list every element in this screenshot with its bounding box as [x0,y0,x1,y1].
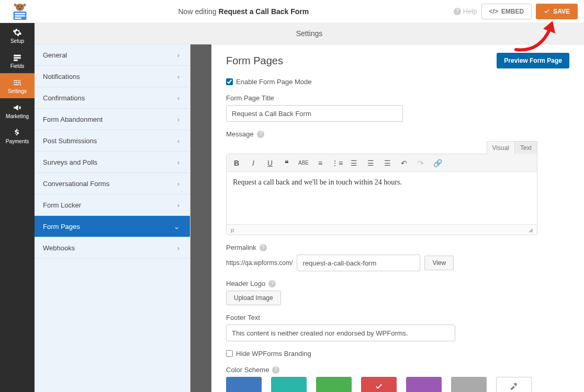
hide-branding-checkbox[interactable] [226,350,233,357]
save-button[interactable]: SAVE [536,4,578,19]
dollar-icon [13,128,22,137]
help-icon[interactable]: ? [260,244,267,251]
chevron-right-icon: › [177,201,179,209]
chevron-right-icon: › [177,116,179,123]
help-icon[interactable]: ? [268,280,276,287]
subnav-label: Form Pages [43,223,80,230]
color-swatch[interactable] [226,377,262,392]
subnav-item[interactable]: Form Pages⌄ [35,216,190,237]
check-icon [544,8,550,15]
subnav-item[interactable]: Confirmations› [35,87,190,109]
bold-icon[interactable]: B [232,158,241,168]
subnav-item[interactable]: Conversational Forms› [35,173,190,194]
footer-text-input[interactable] [226,325,455,341]
subnav-label: Post Submissions [43,137,97,145]
svg-point-1 [17,6,18,7]
message-textarea[interactable]: Request a call back and we'll be in touc… [227,172,537,224]
subnav-item[interactable]: Webhooks› [35,237,190,259]
enable-form-page-checkbox[interactable] [226,78,233,85]
color-swatch[interactable] [271,377,307,392]
primary-nav: Setup Fields Settings Marketing Payments [0,23,35,392]
chevron-right-icon: › [177,51,179,59]
chevron-right-icon: › [177,94,179,102]
chevron-right-icon: › [177,244,179,252]
check-icon [375,383,383,391]
nav-marketing[interactable]: Marketing [0,98,35,123]
embed-button[interactable]: </> EMBED [481,4,532,19]
nav-fields[interactable]: Fields [0,48,35,73]
resize-handle-icon[interactable]: ◢ [529,227,533,233]
subnav-item[interactable]: Surveys and Polls› [35,152,190,173]
align-right-icon[interactable]: ☰ [383,158,392,168]
subnav-item[interactable]: Form Locker› [35,194,190,216]
help-icon: ? [454,8,461,15]
svg-point-4 [23,3,26,6]
quote-icon[interactable]: ❝ [282,158,291,168]
page-title-input[interactable] [226,105,403,122]
color-swatch[interactable] [361,377,397,392]
sliders-icon [13,78,22,87]
underline-icon[interactable]: U [265,158,275,168]
subnav-label: Confirmations [43,94,85,102]
footer-text-label: Footer Text [226,314,569,321]
panel-title: Form Pages [226,55,283,67]
help-icon[interactable]: ? [272,366,279,374]
editor-path: p [231,227,234,233]
editor-tab-text[interactable]: Text [515,141,537,154]
svg-rect-9 [15,17,21,19]
redo-icon[interactable]: ↷ [416,158,425,168]
align-center-icon[interactable]: ☰ [366,158,375,168]
color-picker-button[interactable] [496,377,532,392]
color-swatch[interactable] [451,377,487,392]
subnav-label: Webhooks [43,244,75,252]
settings-subnav: General›Notifications›Confirmations›Form… [35,44,190,392]
help-icon[interactable]: ? [257,131,264,138]
italic-icon[interactable]: I [249,158,258,168]
align-left-icon[interactable]: ☰ [349,158,358,168]
subnav-item[interactable]: Form Abandonment› [35,109,190,130]
undo-icon[interactable]: ↶ [399,158,409,168]
svg-point-2 [21,6,22,7]
svg-rect-11 [14,57,21,59]
svg-point-3 [14,3,17,6]
chevron-right-icon: › [177,158,179,166]
svg-rect-10 [14,54,21,56]
chevron-right-icon: › [177,137,179,145]
header-logo-label: Header Logo [226,280,265,287]
panel-gutter [190,44,211,392]
subnav-label: Form Locker [43,201,81,209]
subnav-item[interactable]: Post Submissions› [35,130,190,152]
strike-icon[interactable]: ABE [299,158,308,168]
svg-point-0 [16,3,24,10]
link-icon[interactable]: 🔗 [433,158,442,168]
fields-icon [13,53,22,62]
svg-rect-8 [15,15,25,17]
list-ul-icon[interactable]: ≡ [316,158,325,168]
list-ol-icon[interactable]: ⋮≡ [332,158,342,168]
editor-tab-visual[interactable]: Visual [487,141,515,154]
permalink-view-button[interactable]: View [424,256,454,270]
permalink-label: Permalink [226,244,256,251]
subnav-label: Conversational Forms [43,180,109,188]
subnav-item[interactable]: Notifications› [35,66,190,87]
subnav-item[interactable]: General› [35,44,190,66]
color-swatch[interactable] [406,377,442,392]
editing-title: Now editing Request a Call Back Form [33,7,454,16]
bullhorn-icon [13,103,22,112]
subnav-label: General [43,51,67,59]
wpforms-logo [6,1,33,22]
message-editor: B I U ❝ ABE ≡ ⋮≡ ☰ ☰ ☰ ↶ [226,154,537,235]
nav-settings[interactable]: Settings [0,73,35,98]
help-link[interactable]: ? Help [454,7,477,15]
hide-branding-label: Hide WPForms Branding [236,350,311,358]
nav-setup[interactable]: Setup [0,23,35,48]
permalink-slug-input[interactable] [297,255,420,271]
upload-image-button[interactable]: Upload Image [226,291,281,305]
subnav-label: Form Abandonment [43,116,103,123]
nav-payments[interactable]: Payments [0,123,35,148]
color-swatch[interactable] [316,377,352,392]
preview-form-button[interactable]: Preview Form Page [497,53,569,68]
chevron-right-icon: › [177,180,179,188]
chevron-down-icon: ⌄ [174,223,179,230]
svg-rect-7 [15,13,25,14]
